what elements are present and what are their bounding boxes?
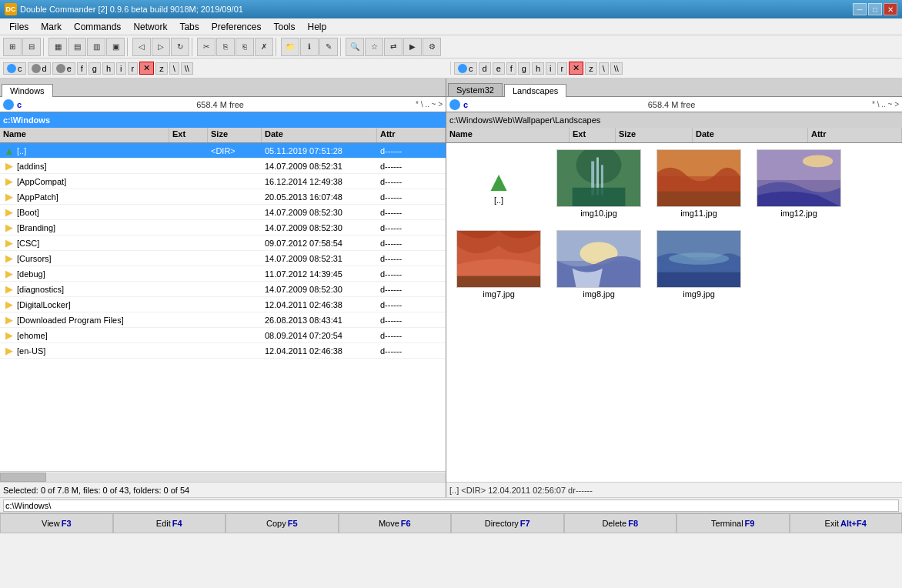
left-row-3[interactable]: ▶ [Boot] 14.07.2009 08:52:30 d------ bbox=[0, 205, 446, 220]
left-col-name[interactable]: Name bbox=[0, 128, 169, 142]
menu-preferences[interactable]: Preferences bbox=[205, 20, 268, 34]
f4-edit-button[interactable]: Edit F4 bbox=[113, 513, 226, 533]
right-thumb-img8[interactable]: img8.jpg bbox=[553, 230, 645, 299]
left-tab-windows[interactable]: Windows bbox=[2, 84, 53, 97]
maximize-button[interactable]: □ bbox=[868, 3, 882, 15]
left-row-5[interactable]: ▶ [CSC] 09.07.2012 07:58:54 d------ bbox=[0, 236, 446, 251]
left-path-bar[interactable]: c 658.4 M free * \ .. ~ > bbox=[0, 97, 446, 112]
drive-h-right[interactable]: h bbox=[532, 62, 544, 75]
right-thumb-img9[interactable]: img9.jpg bbox=[653, 230, 745, 299]
left-row-1[interactable]: ▶ [AppCompat] 16.12.2014 12:49:38 d-----… bbox=[0, 174, 446, 189]
left-row-4[interactable]: ▶ [Branding] 14.07.2009 08:52:30 d------ bbox=[0, 220, 446, 236]
drive-z-left[interactable]: z bbox=[155, 62, 168, 75]
right-thumb-up[interactable]: ▲ [..] bbox=[453, 149, 545, 222]
tb-mkdir[interactable]: 📁 bbox=[281, 38, 299, 56]
drive-f-right[interactable]: f bbox=[506, 62, 516, 75]
right-col-attr[interactable]: Attr bbox=[808, 128, 902, 142]
tb-delete[interactable]: ✗ bbox=[255, 38, 273, 56]
drive-g-right[interactable]: g bbox=[518, 62, 530, 75]
right-tab-landscapes[interactable]: Landscapes bbox=[504, 84, 566, 97]
drive-e-right[interactable]: e bbox=[493, 62, 505, 75]
right-thumb-img7[interactable]: img7.jpg bbox=[453, 230, 545, 299]
f9-terminal-button[interactable]: Terminal F9 bbox=[676, 513, 790, 533]
menu-commands[interactable]: Commands bbox=[68, 20, 127, 34]
tb-settings[interactable]: ⚙ bbox=[423, 38, 441, 56]
f6-move-button[interactable]: Move F6 bbox=[339, 513, 452, 533]
tb-back[interactable]: ◁ bbox=[132, 38, 151, 56]
f7-directory-button[interactable]: Directory F7 bbox=[451, 513, 564, 533]
drive-bs-left[interactable]: \\ bbox=[181, 62, 193, 75]
drive-g-left[interactable]: g bbox=[89, 62, 101, 75]
right-thumb-container[interactable]: ▲ [..] img10.jpg bbox=[446, 143, 902, 482]
left-h-scroll-thumb[interactable] bbox=[0, 473, 46, 482]
right-path-bar[interactable]: c 658.4 M free * \ .. ~ > bbox=[446, 97, 902, 112]
command-input[interactable] bbox=[3, 499, 899, 512]
left-row-6[interactable]: ▶ [Cursors] 14.07.2009 08:52:31 d------ bbox=[0, 251, 446, 266]
f5-copy-button[interactable]: Copy F5 bbox=[226, 513, 339, 533]
tb-cut[interactable]: ✂ bbox=[197, 38, 215, 56]
drive-x-right[interactable]: ✕ bbox=[569, 62, 583, 75]
f8-delete-button[interactable]: Delete F8 bbox=[564, 513, 677, 533]
left-row-10[interactable]: ▶ [Downloaded Program Files] 26.08.2013 … bbox=[0, 312, 446, 328]
tb-edit[interactable]: ✎ bbox=[319, 38, 338, 56]
tb-paste[interactable]: ⎗ bbox=[236, 38, 254, 56]
tb-forward[interactable]: ▷ bbox=[152, 38, 170, 56]
tb-refresh[interactable]: ↻ bbox=[171, 38, 189, 56]
drive-slash-left[interactable]: \ bbox=[169, 62, 179, 75]
close-button[interactable]: ✕ bbox=[884, 3, 897, 15]
left-h-scroll-track[interactable] bbox=[0, 473, 446, 482]
tb-sync[interactable]: ⇄ bbox=[384, 38, 403, 56]
drive-d-left[interactable]: d bbox=[28, 62, 51, 75]
tb-find[interactable]: 🔍 bbox=[346, 38, 364, 56]
drive-r-right[interactable]: r bbox=[557, 62, 568, 75]
drive-z-right[interactable]: z bbox=[585, 62, 597, 75]
left-col-date[interactable]: Date bbox=[262, 128, 377, 142]
menu-help[interactable]: Help bbox=[301, 20, 332, 34]
left-row-12[interactable]: ▶ [en-US] 12.04.2011 02:46:38 d------ bbox=[0, 343, 446, 359]
drive-i-left[interactable]: i bbox=[116, 62, 125, 75]
right-thumb-img12[interactable]: img12.jpg bbox=[753, 149, 845, 222]
menu-tabs[interactable]: Tabs bbox=[173, 20, 205, 34]
right-col-size[interactable]: Size bbox=[616, 128, 693, 142]
left-col-ext[interactable]: Ext bbox=[169, 128, 208, 142]
right-thumb-img11[interactable]: img11.jpg bbox=[653, 149, 745, 222]
tb-grid4[interactable]: ▣ bbox=[106, 38, 125, 56]
menu-files[interactable]: Files bbox=[3, 20, 35, 34]
drive-h-left[interactable]: h bbox=[102, 62, 115, 75]
right-tab-system32[interactable]: System32 bbox=[448, 83, 503, 96]
tb-grid3[interactable]: ▥ bbox=[87, 38, 105, 56]
tb-grid2[interactable]: ▤ bbox=[68, 38, 86, 56]
right-col-ext[interactable]: Ext bbox=[570, 128, 616, 142]
drive-f-left[interactable]: f bbox=[77, 62, 87, 75]
tb-close[interactable]: ⊟ bbox=[22, 38, 41, 56]
minimize-button[interactable]: ─ bbox=[853, 3, 867, 15]
left-col-attr[interactable]: Attr bbox=[377, 128, 446, 142]
left-row-up[interactable]: ▲ [..] <DIR> 05.11.2019 07:51:28 d------ bbox=[0, 143, 446, 159]
drive-r-left[interactable]: r bbox=[128, 62, 139, 75]
left-row-0[interactable]: ▶ [addins] 14.07.2009 08:52:31 d------ bbox=[0, 159, 446, 174]
right-col-name[interactable]: Name bbox=[446, 128, 570, 142]
tb-grid1[interactable]: ▦ bbox=[48, 38, 67, 56]
drive-c-right[interactable]: c bbox=[454, 62, 477, 75]
tb-new-tab[interactable]: ⊞ bbox=[3, 38, 22, 56]
left-file-list[interactable]: ▲ [..] <DIR> 05.11.2019 07:51:28 d------… bbox=[0, 143, 446, 471]
menu-mark[interactable]: Mark bbox=[35, 20, 68, 34]
drive-e-left[interactable]: e bbox=[52, 62, 75, 75]
left-h-scrollbar[interactable] bbox=[0, 471, 446, 482]
menu-tools[interactable]: Tools bbox=[267, 20, 301, 34]
left-row-7[interactable]: ▶ [debug] 11.07.2012 14:39:45 d------ bbox=[0, 266, 446, 282]
right-col-date[interactable]: Date bbox=[693, 128, 808, 142]
drive-slash-right[interactable]: \ bbox=[599, 62, 609, 75]
right-thumb-img10[interactable]: img10.jpg bbox=[553, 149, 645, 222]
f3-view-button[interactable]: View F3 bbox=[0, 513, 113, 533]
left-col-size[interactable]: Size bbox=[208, 128, 262, 142]
left-row-9[interactable]: ▶ [DigitalLocker] 12.04.2011 02:46:38 d-… bbox=[0, 297, 446, 312]
drive-i-right[interactable]: i bbox=[546, 62, 555, 75]
left-row-2[interactable]: ▶ [AppPatch] 20.05.2013 16:07:48 d------ bbox=[0, 189, 446, 205]
tb-copy[interactable]: ⎘ bbox=[216, 38, 235, 56]
altf4-exit-button[interactable]: Exit Alt+F4 bbox=[790, 513, 903, 533]
tb-term[interactable]: ▶ bbox=[403, 38, 422, 56]
tb-bookmark[interactable]: ☆ bbox=[365, 38, 383, 56]
drive-d-right[interactable]: d bbox=[479, 62, 491, 75]
left-row-8[interactable]: ▶ [diagnostics] 14.07.2009 08:52:30 d---… bbox=[0, 282, 446, 297]
